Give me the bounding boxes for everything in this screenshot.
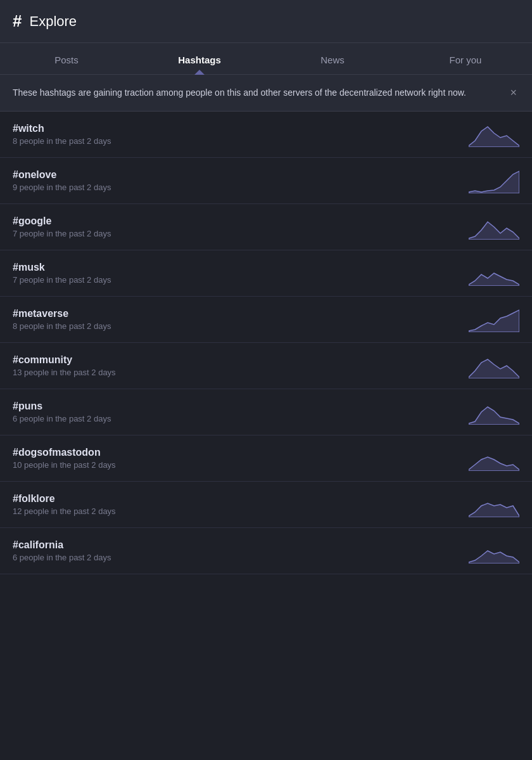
hashtag-name: #google [13, 216, 111, 227]
hashtag-name: #community [13, 354, 116, 366]
hashtag-count: 7 people in the past 2 days [13, 275, 111, 285]
sparkline-chart [469, 446, 519, 471]
hashtag-info: #folklore12 people in the past 2 days [13, 493, 116, 516]
hashtag-row[interactable]: #community13 people in the past 2 days [0, 343, 532, 389]
hashtag-info: #witch8 people in the past 2 days [13, 123, 111, 146]
header: # Explore [0, 0, 532, 43]
sparkline-chart [469, 214, 519, 240]
hashtag-name: #dogsofmastodon [13, 447, 116, 458]
hashtag-count: 7 people in the past 2 days [13, 229, 111, 238]
hashtag-row[interactable]: #onelove9 people in the past 2 days [0, 158, 532, 204]
hashtag-name: #folklore [13, 493, 116, 505]
hashtag-count: 13 people in the past 2 days [13, 368, 116, 377]
tabs-bar: PostsHashtagsNewsFor you [0, 43, 532, 75]
hashtag-list: #witch8 people in the past 2 days#onelov… [0, 112, 532, 574]
page-title: Explore [29, 13, 77, 30]
tab-news[interactable]: News [266, 43, 399, 74]
sparkline-chart [469, 538, 519, 564]
hashtag-count: 12 people in the past 2 days [13, 506, 116, 516]
hashtag-name: #onelove [13, 169, 111, 181]
hashtag-count: 8 people in the past 2 days [13, 136, 111, 146]
hashtag-name: #california [13, 539, 111, 551]
hashtag-info: #musk7 people in the past 2 days [13, 262, 111, 285]
sparkline-chart [469, 492, 519, 517]
hashtag-row[interactable]: #dogsofmastodon10 people in the past 2 d… [0, 435, 532, 482]
hashtag-name: #witch [13, 123, 111, 134]
hashtag-count: 8 people in the past 2 days [13, 321, 111, 331]
hashtag-info: #dogsofmastodon10 people in the past 2 d… [13, 447, 116, 470]
close-banner-button[interactable]: × [507, 86, 519, 100]
hashtag-count: 6 people in the past 2 days [13, 553, 111, 562]
hashtag-row[interactable]: #puns6 people in the past 2 days [0, 389, 532, 435]
sparkline-chart [469, 122, 519, 147]
tab-hashtags[interactable]: Hashtags [133, 43, 266, 74]
hashtag-row[interactable]: #folklore12 people in the past 2 days [0, 482, 532, 528]
info-text: These hashtags are gaining traction amon… [13, 86, 466, 100]
hashtag-row[interactable]: #metaverse8 people in the past 2 days [0, 297, 532, 343]
hashtag-name: #musk [13, 262, 111, 273]
tab-posts[interactable]: Posts [0, 43, 133, 74]
sparkline-chart [469, 353, 519, 378]
sparkline-chart [469, 307, 519, 332]
hashtag-row[interactable]: #google7 people in the past 2 days [0, 204, 532, 250]
hashtag-info: #california6 people in the past 2 days [13, 539, 111, 562]
sparkline-chart [469, 261, 519, 286]
hashtag-row[interactable]: #musk7 people in the past 2 days [0, 250, 532, 297]
hashtag-info: #onelove9 people in the past 2 days [13, 169, 111, 192]
hashtag-info: #metaverse8 people in the past 2 days [13, 308, 111, 331]
hashtag-name: #metaverse [13, 308, 111, 319]
hashtag-info: #puns6 people in the past 2 days [13, 401, 111, 423]
tab-foryou[interactable]: For you [399, 43, 532, 74]
info-banner: These hashtags are gaining traction amon… [0, 75, 532, 112]
hashtag-row[interactable]: #california6 people in the past 2 days [0, 528, 532, 574]
hashtag-count: 10 people in the past 2 days [13, 460, 116, 470]
hashtag-info: #google7 people in the past 2 days [13, 216, 111, 238]
header-hash-icon: # [13, 11, 22, 31]
sparkline-chart [469, 399, 519, 425]
hashtag-row[interactable]: #witch8 people in the past 2 days [0, 112, 532, 158]
sparkline-chart [469, 168, 519, 193]
hashtag-info: #community13 people in the past 2 days [13, 354, 116, 377]
hashtag-count: 6 people in the past 2 days [13, 414, 111, 423]
hashtag-name: #puns [13, 401, 111, 412]
hashtag-count: 9 people in the past 2 days [13, 183, 111, 192]
